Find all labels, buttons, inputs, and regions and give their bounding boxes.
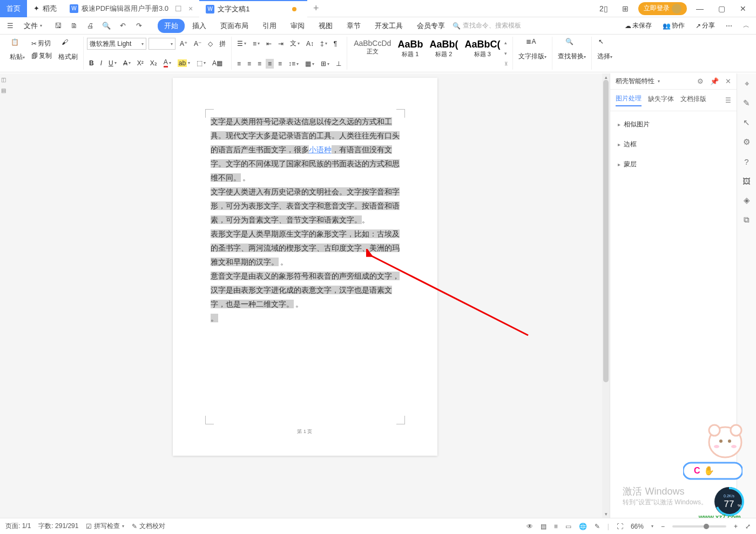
zoom-value[interactable]: 66% (631, 523, 644, 530)
nav-pane-icon[interactable]: ▤ (1, 87, 9, 95)
gear-icon[interactable]: ⚙ (697, 77, 704, 85)
minimize-button[interactable]: — (691, 1, 708, 16)
border-icon[interactable]: ⊞▾ (319, 59, 332, 69)
print-preview-icon[interactable]: 🔍 (100, 20, 112, 32)
rail-book-icon[interactable]: ⧉ (741, 214, 753, 226)
italic-icon[interactable]: I (98, 58, 104, 68)
text-layout-button[interactable]: ≣A 文字排版▾ (516, 38, 549, 61)
vertical-scrollbar[interactable]: ▴▾ (602, 73, 610, 518)
rail-help-icon[interactable]: ? (741, 156, 753, 167)
bold-icon[interactable]: B (87, 58, 96, 68)
tab-home[interactable]: 首页 (0, 0, 27, 17)
indent-inc-icon[interactable]: ⇥ (276, 39, 286, 49)
decrease-font-icon[interactable]: A⁻ (192, 39, 204, 49)
document-page[interactable]: 文字是人类用符号记录表达信息以传之久远的方式和工具。现代文字大多是记录语言的工具… (173, 78, 437, 456)
line-spacing-icon[interactable]: ‡▾ (318, 39, 329, 49)
format-painter-button[interactable]: 🖌 格式刷 (56, 38, 80, 62)
view-read-icon[interactable]: ▭ (565, 523, 571, 530)
style-scroll[interactable]: ▴▾⊻ (503, 38, 509, 69)
tab-pdf-manual[interactable]: W 极速PDF编辑器用户手册3.0 ☐ × (63, 0, 199, 17)
font-size-select[interactable]: ▾ (148, 38, 176, 50)
hamburger-icon[interactable]: ☰ (4, 20, 16, 32)
bullets-icon[interactable]: ☰▾ (235, 39, 248, 49)
rail-settings-icon[interactable]: ⚙ (741, 136, 753, 148)
align-justify-icon[interactable]: ≡ (266, 59, 274, 69)
side-tab-layout[interactable]: 文档排版 (680, 94, 706, 106)
char-shading-icon[interactable]: A▦ (210, 58, 225, 68)
paragraph-mark-icon[interactable]: ¶ (332, 39, 339, 49)
status-page[interactable]: 页面: 1/1 (5, 522, 31, 531)
document-area[interactable]: ◫ ▤ 文字是人类用符号记录表达信息以传之久远的方式和工具。现代文字大多是记录语… (0, 73, 610, 518)
font-name-select[interactable]: 微软雅黑 Light▾ (87, 38, 146, 50)
copy-button[interactable]: 🗐 复制 (29, 50, 54, 62)
menutab-start[interactable]: 开始 (158, 19, 185, 33)
sort-icon[interactable]: A↕ (304, 39, 316, 49)
style-h2[interactable]: AaBb(标题 2 (426, 38, 461, 69)
side-tab-fonts[interactable]: 缺失字体 (648, 94, 674, 106)
save-as-icon[interactable]: 🗎 (68, 20, 80, 32)
indent-dec-icon[interactable]: ⇤ (264, 39, 274, 49)
align-right-icon[interactable]: ≡ (255, 59, 264, 69)
view-print-icon[interactable]: ▤ (541, 523, 546, 530)
tab-active-doc[interactable]: W 文字文稿1 (199, 0, 307, 17)
zoom-in-button[interactable]: + (734, 523, 738, 530)
ruler-toggle-icon[interactable]: ◫ (1, 77, 9, 84)
menutab-review[interactable]: 审阅 (284, 19, 311, 33)
undo-icon[interactable]: ↶ (117, 20, 129, 32)
cut-button[interactable]: ✂ 剪切 (29, 38, 54, 49)
find-replace-button[interactable]: 🔍 查找替换▾ (556, 38, 588, 61)
more-icon[interactable]: ⋯ (724, 21, 734, 31)
menutab-member[interactable]: 会员专享 (410, 19, 451, 33)
rail-cursor-icon[interactable]: ↖ (741, 117, 753, 129)
style-body[interactable]: AaBbCcDd正文 (350, 38, 394, 69)
increase-font-icon[interactable]: A⁺ (178, 39, 190, 49)
maximize-button[interactable]: ▢ (713, 1, 730, 16)
rail-diamond-icon[interactable]: ◈ (741, 194, 753, 206)
superscript-icon[interactable]: X² (135, 58, 146, 68)
status-spellcheck[interactable]: ☑ 拼写检查 ▾ (86, 522, 124, 531)
clear-format-icon[interactable]: ◇ (206, 39, 215, 49)
collapse-ribbon-icon[interactable]: ︿ (741, 20, 752, 31)
login-button[interactable]: 立即登录 (638, 2, 687, 15)
numbering-icon[interactable]: ≡▾ (251, 39, 262, 49)
network-gauge-icon[interactable]: 0.2K/s 77 % (713, 485, 745, 518)
file-menu[interactable]: 文件▾ (21, 20, 45, 32)
side-item-similar[interactable]: 相似图片 (610, 114, 737, 134)
close-icon[interactable]: ✕ (725, 77, 731, 85)
tabs-icon[interactable]: ⊥ (334, 59, 343, 69)
document-text[interactable]: 文字是人类用符号记录表达信息以传之久远的方式和工具。现代文字大多是记录语言的工具… (211, 114, 400, 325)
status-wordcount[interactable]: 字数: 291/291 (38, 522, 78, 531)
align-center-icon[interactable]: ≡ (245, 59, 253, 69)
view-web-icon[interactable]: 🌐 (579, 523, 587, 530)
print-icon[interactable]: 🖨 (84, 20, 96, 32)
line-height-icon[interactable]: ↕≡▾ (286, 59, 301, 69)
side-menu-icon[interactable]: ☰ (725, 97, 731, 104)
shading-icon[interactable]: ▦▾ (303, 59, 316, 69)
redo-icon[interactable]: ↷ (133, 20, 145, 32)
zoom-fit-icon[interactable]: ⛶ (617, 523, 623, 530)
menutab-devtools[interactable]: 开发工具 (368, 19, 409, 33)
layout-switch-icon[interactable]: 2▯ (595, 1, 612, 16)
paste-button[interactable]: 📋 粘贴▾ (8, 38, 27, 62)
rail-assist-icon[interactable]: ⌖ (741, 78, 753, 90)
pin-icon[interactable]: 📌 (710, 77, 719, 85)
menutab-insert[interactable]: 插入 (186, 19, 213, 33)
save-icon[interactable]: 🖫 (52, 20, 64, 32)
fullscreen-icon[interactable]: ⤢ (745, 523, 751, 530)
command-search[interactable]: 🔍 查找命令、搜索模板 (453, 21, 521, 30)
rail-pencil-icon[interactable]: ✎ (741, 97, 753, 109)
rail-image-icon[interactable]: 🖼 (741, 175, 753, 187)
tab-docer[interactable]: ✦ 稻壳 (27, 0, 63, 17)
side-item-mask[interactable]: 蒙层 (610, 154, 737, 174)
mascot-icon[interactable]: C ✋ (683, 421, 742, 485)
unsaved-button[interactable]: ☁ 未保存 (623, 20, 654, 31)
align-distribute-icon[interactable]: ≡ (276, 59, 284, 69)
menutab-references[interactable]: 引用 (256, 19, 283, 33)
close-icon[interactable]: ☐ (175, 4, 182, 13)
side-tab-image[interactable]: 图片处理 (616, 94, 642, 106)
coop-button[interactable]: 👥 协作 (660, 20, 687, 31)
zoom-out-button[interactable]: − (661, 523, 665, 530)
style-h1[interactable]: AaBb标题 1 (394, 38, 426, 69)
zoom-slider[interactable] (672, 525, 726, 528)
font-color-icon[interactable]: A▾ (161, 57, 173, 69)
